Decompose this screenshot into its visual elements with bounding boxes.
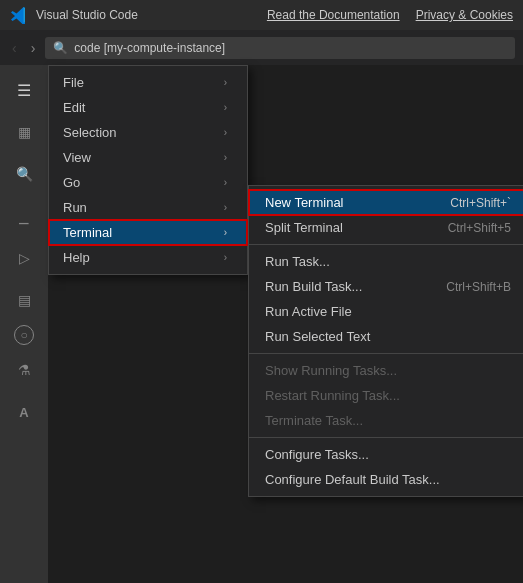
separator [249,244,523,245]
editor-area: File › Edit › Selection › View › Go › [48,65,523,583]
submenu-item-new-terminal[interactable]: New Terminal Ctrl+Shift+` [249,190,523,215]
submenu-item-restart-running-task: Restart Running Task... [249,383,523,408]
menu-item-help[interactable]: Help › [49,245,247,270]
menu-overlay: File › Edit › Selection › View › Go › [48,65,523,583]
title-bar: Visual Studio Code Read the Documentatio… [0,0,523,30]
menu-item-file[interactable]: File › [49,70,247,95]
address-field[interactable]: 🔍 code [my-compute-instance] [45,37,515,59]
menu-item-go[interactable]: Go › [49,170,247,195]
activity-bar: ☰ ▦ 🔍 ⎯ ▷ ▤ ○ ⚗ A [0,65,48,583]
arrow-icon: › [224,202,227,213]
submenu-item-run-build-task[interactable]: Run Build Task... Ctrl+Shift+B [249,274,523,299]
menu-item-view[interactable]: View › [49,145,247,170]
run-debug-button[interactable]: ▷ [7,241,41,275]
submenu-item-show-running-tasks: Show Running Tasks... [249,358,523,383]
back-button[interactable]: ‹ [8,38,21,58]
vscode-logo-icon [10,6,28,24]
submenu-item-run-selected-text[interactable]: Run Selected Text [249,324,523,349]
search-icon: 🔍 [53,41,68,55]
source-control-button[interactable]: ⎯ [7,199,41,233]
file-menu: File › Edit › Selection › View › Go › [48,65,248,275]
read-docs-link[interactable]: Read the Documentation [267,8,400,22]
arrow-icon: › [224,177,227,188]
extensions-button[interactable]: ▤ [7,283,41,317]
remote-button[interactable]: ○ [14,325,34,345]
separator [249,437,523,438]
menu-item-terminal[interactable]: Terminal › [49,220,247,245]
menu-item-selection[interactable]: Selection › [49,120,247,145]
submenu-item-run-active-file[interactable]: Run Active File [249,299,523,324]
terminal-submenu: New Terminal Ctrl+Shift+` Split Terminal… [248,185,523,497]
app-title: Visual Studio Code [36,8,138,22]
menu-item-edit[interactable]: Edit › [49,95,247,120]
separator [249,353,523,354]
explorer-button[interactable]: ▦ [7,115,41,149]
submenu-item-terminate-task: Terminate Task... [249,408,523,433]
main-area: ☰ ▦ 🔍 ⎯ ▷ ▤ ○ ⚗ A File › Edit › Selec [0,65,523,583]
submenu-item-run-task[interactable]: Run Task... [249,249,523,274]
forward-button[interactable]: › [27,38,40,58]
account-button[interactable]: A [7,395,41,429]
submenu-item-split-terminal[interactable]: Split Terminal Ctrl+Shift+5 [249,215,523,240]
submenu-item-configure-tasks[interactable]: Configure Tasks... [249,442,523,467]
arrow-icon: › [224,77,227,88]
arrow-icon: › [224,127,227,138]
address-text: code [my-compute-instance] [74,41,225,55]
submenu-item-configure-default-build-task[interactable]: Configure Default Build Task... [249,467,523,492]
privacy-link[interactable]: Privacy & Cookies [416,8,513,22]
arrow-icon: › [224,152,227,163]
menu-item-run[interactable]: Run › [49,195,247,220]
arrow-icon: › [224,252,227,263]
flask-button[interactable]: ⚗ [7,353,41,387]
address-bar: ‹ › 🔍 code [my-compute-instance] [0,30,523,65]
search-button[interactable]: 🔍 [7,157,41,191]
arrow-icon: › [224,102,227,113]
hamburger-menu-button[interactable]: ☰ [7,73,41,107]
arrow-icon: › [224,227,227,238]
top-links: Read the Documentation Privacy & Cookies [267,8,513,22]
